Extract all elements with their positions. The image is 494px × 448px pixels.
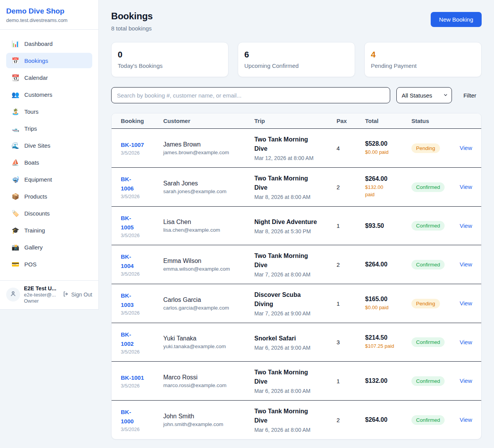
view-booking-link[interactable]: View [460,222,472,229]
status-cell: Confirmed [411,415,460,425]
customer-cell: Yuki Tanaka yuki.tanaka@example.com [163,335,254,349]
sidebar-item-calendar[interactable]: 📆 Calendar [6,70,92,85]
trips-boat-icon: 🛥️ [12,125,19,132]
booking-id-link[interactable]: BK- 1005 [121,215,134,231]
dive-sites-wave-icon: 🌊 [12,142,19,149]
stat-label: Today's Bookings [118,62,222,69]
boats-sailboat-icon: ⛵ [12,159,19,166]
paid-amount: $132.00 paid [365,184,411,199]
brand-block: Demo Dive Shop demo.test.divestreams.com [0,0,98,30]
booking-id-link[interactable]: BK- 1002 [121,331,134,347]
sidebar-item-label: Calendar [24,74,48,81]
pax-count: 4 [337,145,365,152]
booking-date: 3/5/2026 [121,194,163,199]
search-input[interactable] [111,87,390,103]
booking-id-link[interactable]: BK- 1004 [121,253,134,269]
customer-cell: Lisa Chen lisa.chen@example.com [163,219,254,233]
sidebar-item-label: Equipment [24,176,52,183]
view-booking-link[interactable]: View [460,261,472,268]
sidebar-item-training[interactable]: 🎓 Training [6,222,92,238]
view-booking-link[interactable]: View [460,145,472,151]
pax-count: 2 [337,184,365,190]
dashboard-icon: 📊 [12,40,19,47]
booking-cell: BK- 1003 3/5/2026 [121,291,163,316]
sidebar-item-boats[interactable]: ⛵ Boats [6,155,92,170]
status-filter-select[interactable]: All Statuses [396,87,452,103]
booking-id-link[interactable]: BK- 1003 [121,292,134,308]
customer-name: John Smith [163,413,254,420]
trip-cell: Discover Scuba Diving Mar 7, 2026 at 9:0… [254,290,337,317]
sidebar-item-discounts[interactable]: 🏷️ Discounts [6,205,92,221]
status-badge: Pending [411,299,440,308]
trip-datetime: Mar 6, 2026 at 9:00 AM [254,345,337,351]
new-booking-button[interactable]: New Booking [431,12,482,27]
sidebar-item-trips[interactable]: 🛥️ Trips [6,121,92,136]
view-booking-link[interactable]: View [460,416,472,423]
booking-date: 3/5/2026 [121,427,163,432]
trip-datetime: Mar 12, 2026 at 8:00 AM [254,155,337,161]
column-header-trip: Trip [254,118,337,124]
view-booking-link[interactable]: View [460,339,472,345]
booking-cell: BK- 1002 3/5/2026 [121,330,163,355]
sidebar: Demo Dive Shop demo.test.divestreams.com… [0,0,99,310]
user-box: E2E Test U... e2e-tester@... Owner Sign … [0,280,98,309]
total-amount: $264.00 [365,416,411,423]
sidebar-item-tours[interactable]: 🏝️ Tours [6,104,92,119]
customer-email: john.smith@example.com [163,421,254,427]
booking-date: 3/5/2026 [121,271,163,277]
avatar [6,288,20,301]
user-meta: E2E Test U... e2e-tester@... Owner [24,285,59,304]
table-row: BK- 1002 3/5/2026 Yuki Tanaka yuki.tanak… [112,323,481,362]
view-booking-link[interactable]: View [460,377,472,384]
booking-id-link[interactable]: BK- 1006 [121,176,134,192]
trip-datetime: Mar 7, 2026 at 8:00 AM [254,271,337,278]
customer-name: Carlos Garcia [163,296,254,303]
table-row: BK- 1005 3/5/2026 Lisa Chen lisa.chen@ex… [112,207,481,245]
calendar-icon: 📆 [12,74,19,81]
booking-cell: BK- 1004 3/5/2026 [121,252,163,277]
customer-cell: Carlos Garcia carlos.garcia@example.com [163,296,254,311]
customer-email: sarah.jones@example.com [163,189,254,194]
total-cell: $528.00 $0.00 paid [365,140,411,156]
gallery-camera-icon: 📸 [12,244,19,251]
customer-email: lisa.chen@example.com [163,227,254,233]
booking-id-link[interactable]: BK-1001 [121,374,144,381]
customer-cell: Marco Rossi marco.rossi@example.com [163,374,254,388]
sign-out-label: Sign Out [71,291,92,298]
customer-email: yuki.tanaka@example.com [163,344,254,349]
booking-date: 3/5/2026 [121,383,163,389]
booking-id-link[interactable]: BK- 1000 [121,409,134,424]
sidebar-item-bookings[interactable]: 📅 Bookings [6,53,92,68]
sidebar-item-dashboard[interactable]: 📊 Dashboard [6,36,92,51]
sidebar-item-dive-sites[interactable]: 🌊 Dive Sites [6,138,92,153]
tours-island-icon: 🏝️ [12,108,19,115]
total-amount: $165.00 [365,296,411,303]
table-row: BK- 1006 3/5/2026 Sarah Jones sarah.jone… [112,168,481,207]
sidebar-item-equipment[interactable]: 🤿 Equipment [6,172,92,187]
total-cell: $264.00 $132.00 paid [365,175,411,199]
trip-cell: Snorkel Safari Mar 6, 2026 at 9:00 AM [254,334,337,351]
trip-name: Two Tank Morning Dive [254,407,337,425]
view-booking-link[interactable]: View [460,300,472,307]
filter-button[interactable]: Filter [458,92,482,99]
pax-count: 1 [337,300,365,307]
discounts-tag-icon: 🏷️ [12,210,19,217]
column-header-customer: Customer [163,118,254,124]
user-icon [10,290,17,299]
status-badge: Confirmed [411,376,445,386]
sidebar-item-products[interactable]: 📦 Products [6,189,92,204]
total-amount: $264.00 [365,175,411,182]
booking-id-link[interactable]: BK-1007 [121,141,144,148]
sidebar-item-customers[interactable]: 👥 Customers [6,87,92,102]
sidebar-item-gallery[interactable]: 📸 Gallery [6,239,92,255]
sidebar-item-pos[interactable]: 💳 POS [6,256,92,272]
total-bookings-count: 8 total bookings [111,25,153,32]
trip-name: Two Tank Morning Dive [254,174,337,192]
sign-out-button[interactable]: Sign Out [63,291,92,298]
paid-amount: $0.00 paid [365,304,411,312]
user-name: E2E Test U... [24,285,59,291]
trip-cell: Two Tank Morning Dive Mar 6, 2026 at 8:0… [254,368,337,394]
pax-count: 2 [337,417,365,423]
view-booking-link[interactable]: View [460,184,472,190]
booking-cell: BK- 1006 3/5/2026 [121,175,163,199]
